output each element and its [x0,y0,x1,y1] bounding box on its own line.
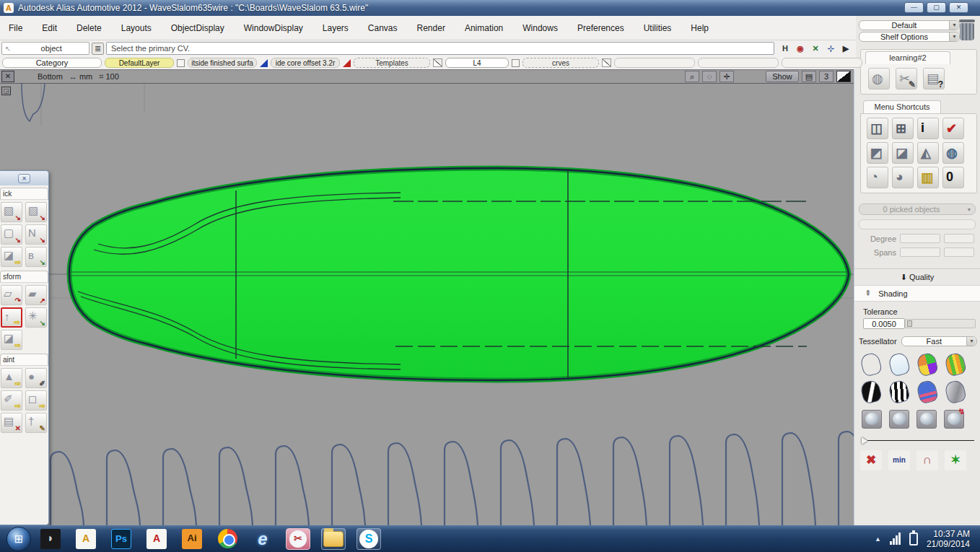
shading-row[interactable]: ⇞ Shading [854,285,980,302]
diagnostic-shade-2-icon[interactable]: ◪ [892,142,914,164]
shade-stripes-icon[interactable] [944,351,967,377]
menu-help[interactable]: Help [691,23,709,33]
layer-empty-3[interactable] [782,58,862,68]
promptline-expand-icon[interactable]: ▶ [840,43,852,54]
menu-render[interactable]: Render [417,23,445,33]
tab-menu-shortcuts[interactable]: Menu Shortcuts [863,100,941,113]
shade-metal-icon[interactable] [944,379,967,404]
snap-pin-icon[interactable]: ⊹ [825,43,836,54]
quality-section-header[interactable]: ⬇ Quality [854,268,980,285]
shade-ball-1-icon[interactable] [862,410,882,429]
degree-field-1[interactable] [900,234,940,243]
spans-field-2[interactable] [944,247,974,257]
taskbar-3d-app-icon[interactable]: ◗ [38,528,63,550]
picked-objects-arrow-icon[interactable]: ▼ [963,207,975,212]
taskbar-alias-icon[interactable]: A [74,528,98,550]
shade-patches-icon[interactable] [916,351,939,377]
paint-ball-icon[interactable]: ↯ [944,410,964,429]
close-button[interactable]: ✕ [949,2,968,13]
shade-zebra-icon[interactable] [888,379,911,404]
diagnostic-shade-3-icon[interactable]: ◭ [917,142,939,164]
transform-move-icon[interactable]: ↑⇨ [1,307,22,328]
taskbar-ie-icon[interactable]: e [250,528,275,550]
tool-palette-close-icon[interactable]: ✕ [18,174,30,183]
pick-hull-icon[interactable]: ▢↘ [1,224,22,245]
toolbox-tab-sform[interactable]: sform [0,271,48,282]
menu-animation[interactable]: Animation [465,23,503,33]
menu-preferences[interactable]: Preferences [577,23,624,33]
menu-file[interactable]: File [9,23,22,33]
transform-rotate-icon[interactable]: ▱↷ [1,285,22,305]
shade-ball-2-icon[interactable] [889,410,909,429]
tolerance-field[interactable]: 0.0050 [863,318,905,329]
promptline-list-icon[interactable]: ≣ [92,43,104,55]
shade-curvature-icon[interactable] [916,379,939,404]
viewport-close-icon[interactable]: ✕ [1,71,14,82]
layer-empty-2[interactable] [698,58,779,68]
arch-analysis-icon[interactable]: ∩ [916,450,938,470]
paint-airbrush-icon[interactable]: ●✐ [25,368,47,388]
information-icon[interactable]: i [917,118,939,139]
tool-palette-titlebar[interactable]: ✕ [0,171,48,185]
taskbar-autocad-icon[interactable]: A [144,528,169,550]
dragon-icon[interactable]: ✶ [945,450,966,470]
layer-crves-diagonal-icon[interactable] [602,58,611,67]
pick-component-icon[interactable]: ▨↘ [25,202,47,222]
shelf-options-dropdown[interactable]: Shelf Options ▼ [859,32,960,42]
layer-outside-finished-surface-triangle-icon[interactable] [260,59,268,67]
layer-side-core-offset-triangle-icon[interactable] [343,59,351,67]
layer-checkbox-1[interactable] [177,59,185,67]
menu-objectdisplay[interactable]: ObjectDisplay [171,23,224,33]
lasso-icon[interactable]: ◌ [702,71,717,82]
toolbox-tab-ick[interactable]: ick [0,188,48,199]
detail-level-button[interactable]: 3 [819,71,834,82]
spans-field-1[interactable] [900,247,940,257]
transform-scale-icon[interactable]: ▰↗ [25,285,47,305]
snap-off-icon[interactable]: ✕ [810,43,821,54]
panel-slider-thumb[interactable] [862,437,867,444]
prompt-input[interactable]: Select the primary CV. [106,42,774,55]
taskbar-explorer-icon[interactable] [321,528,346,550]
viewport-view-name[interactable]: Bottom [38,72,63,81]
picked-objects-dropdown[interactable]: 0 picked objects ▼ [859,203,976,215]
check-model-icon[interactable]: ✔ [942,118,964,139]
menu-windowdisplay[interactable]: WindowDisplay [244,23,303,33]
pan-icon[interactable]: ✛ [719,71,734,82]
network-icon[interactable] [890,533,901,545]
tessellator-arrow-icon[interactable]: ▼ [966,337,976,346]
tolerance-slider[interactable] [905,319,976,328]
tray-expand-icon[interactable]: ▲ [875,535,881,543]
learning-tools-icon[interactable]: ✂✎ [896,68,917,89]
paint-layer-icon[interactable]: ▤✕ [1,413,22,433]
tolerance-slider-thumb[interactable] [907,320,912,327]
cluster-2-icon[interactable]: ◕ [892,167,914,188]
window-corner-icon[interactable] [836,71,851,82]
show-button[interactable]: Show [766,71,799,82]
zoom-icon[interactable]: ⌕ [685,71,699,82]
clock[interactable]: 10:37 AM 21/09/2014 [927,529,970,549]
trash-icon[interactable] [958,19,976,41]
globe-icon[interactable]: ◍ [942,142,964,164]
taskbar-photoshop-icon[interactable]: Ps [109,528,134,550]
snap-magnet-icon[interactable]: ◉ [795,43,806,54]
pick-cv-icon[interactable]: Ν↘ [25,224,47,245]
menu-layers[interactable]: Layers [323,23,349,33]
shelf-options-arrow-icon[interactable]: ▼ [949,32,959,41]
degree-field-2[interactable] [944,234,974,243]
shade-wireframe-icon[interactable] [859,351,883,377]
layer-l4[interactable]: L4 [445,58,509,68]
taskbar-chrome-icon[interactable] [215,528,240,550]
minimize-button[interactable]: — [904,2,924,13]
shade-highlight-icon[interactable] [859,379,883,404]
layer-side-core-offset[interactable]: ide core offset 3.2r [271,58,340,68]
layer-crves[interactable]: crves [522,58,599,68]
layer-defaultlayer[interactable]: DefaultLayer [105,58,174,68]
shelf-tab-learning[interactable]: learning#2 [865,51,950,64]
doc-check-icon[interactable]: ▥ [917,167,939,188]
history-icon[interactable]: H [779,43,791,54]
pick-template-icon[interactable]: ◪⇨ [1,247,22,267]
paint-brush-icon[interactable]: ▲⇨ [1,368,22,388]
paint-pencil-icon[interactable]: ✐⇨ [1,390,22,411]
transform-shear-icon[interactable]: ◪⇨ [1,330,22,350]
zero-transform-icon[interactable]: 0 [942,167,964,188]
